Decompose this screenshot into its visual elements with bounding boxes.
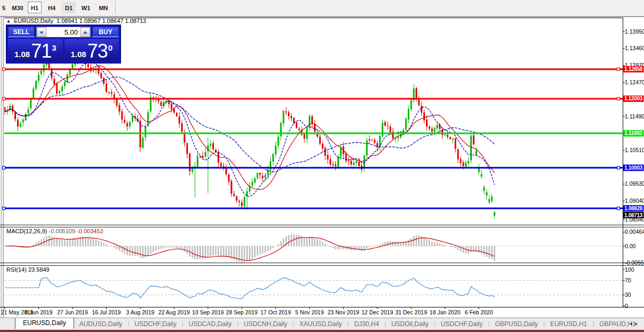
rsi-axis: 10070300 — [623, 266, 634, 309]
chart-title-bar: ▲EURUSD,Daily 1.08941 1.08967 1.08647 1.… — [6, 18, 146, 25]
bid-price-big: 71 — [31, 43, 51, 60]
chart-tab-bar: EURUSD,DailyAUDUSD,Daily|USDCHF,Daily|US… — [0, 318, 644, 330]
bid-price-prefix: 1.08 — [14, 49, 30, 60]
tab-audusd-daily[interactable]: AUDUSD,Daily — [74, 318, 128, 328]
svg-text:3 Aug 2019: 3 Aug 2019 — [126, 309, 155, 315]
svg-text:6 Feb 2020: 6 Feb 2020 — [465, 309, 493, 315]
tab-dj30-h4[interactable]: DJ30,H4 — [349, 318, 384, 328]
horizontal-line-objects[interactable] — [3, 68, 623, 210]
svg-text:0.00: 0.00 — [625, 243, 636, 249]
svg-text:1.11002: 1.11002 — [624, 130, 642, 136]
volume-input[interactable] — [46, 27, 80, 37]
hline-handle[interactable] — [617, 207, 620, 210]
ask-price-display[interactable]: 1.08730 — [65, 39, 119, 61]
sell-button[interactable]: SELL — [8, 27, 35, 37]
timeframe-button-w1[interactable]: W1 — [79, 2, 93, 13]
volume-increase-button[interactable] — [80, 27, 90, 37]
svg-text:27 Jun 2019: 27 Jun 2019 — [57, 309, 88, 315]
svg-text:16 Jul 2019: 16 Jul 2019 — [92, 309, 120, 315]
svg-text:10 Sep 2019: 10 Sep 2019 — [192, 309, 224, 315]
price-axis: 1.139501.134601.129701.124701.114901.105… — [623, 28, 644, 223]
ask-price-pip: 0 — [108, 43, 112, 52]
ohlc-values: 1.08941 1.08967 1.08647 1.08713 — [57, 18, 146, 24]
hline-handle[interactable] — [617, 68, 620, 70]
svg-text:100: 100 — [625, 266, 634, 273]
hline-handle[interactable] — [617, 167, 620, 169]
svg-text:12 Dec 2019: 12 Dec 2019 — [361, 309, 393, 315]
svg-text:1.13950: 1.13950 — [625, 28, 644, 35]
svg-text:1.08713: 1.08713 — [624, 212, 643, 218]
timeframe-button-5[interactable]: 5 — [1, 2, 7, 13]
macd-axis: 0.0046430.00-0.005574 — [623, 228, 644, 265]
one-click-trading-panel: SELL BUY 1.08713 1.08730 — [6, 25, 121, 64]
tab-scroll-arrows: ◂▸ — [630, 321, 641, 326]
tab-usdchf-daily[interactable]: USDCHF,Daily — [129, 318, 182, 328]
svg-text:1.12970: 1.12970 — [625, 62, 644, 68]
svg-text:5 Nov 2019: 5 Nov 2019 — [295, 309, 324, 315]
tab-usdoil-daily[interactable]: USDOil,Daily — [386, 318, 434, 328]
svg-text:1.08540: 1.08540 — [625, 216, 644, 223]
mt4-chart-window: 5M30H1H4D1W1MN 1.139501.134601.129701.12… — [0, 0, 644, 332]
buy-button[interactable]: BUY — [92, 27, 119, 37]
svg-text:1.09040: 1.09040 — [625, 197, 644, 204]
bid-price-pip: 3 — [52, 43, 56, 52]
svg-text:1.10510: 1.10510 — [625, 147, 644, 153]
rsi-indicator-label: RSI(14) 23.5849 — [6, 266, 50, 273]
svg-text:-0.005574: -0.005574 — [625, 259, 644, 266]
svg-text:22 Aug 2019: 22 Aug 2019 — [158, 309, 190, 315]
svg-text:1.12858: 1.12858 — [624, 66, 643, 72]
tab-usdcad-daily[interactable]: USDCAD,Daily — [183, 318, 237, 328]
tab-gbpusd-daily[interactable]: GBPUSD,Daily — [489, 318, 543, 328]
svg-text:1.09530: 1.09530 — [625, 180, 644, 187]
rsi-panel — [4, 278, 623, 299]
tab-eurusd-h1[interactable]: EURUSD,H1 — [545, 318, 592, 328]
macd-panel — [4, 234, 623, 263]
chart-title: EURUSD,Daily — [14, 18, 53, 24]
bid-price-display[interactable]: 1.08713 — [8, 39, 63, 61]
tab-usdcnh-daily[interactable]: USDCNH,Daily — [238, 318, 292, 328]
timeframe-button-mn[interactable]: MN — [96, 2, 111, 13]
tab-eurusd-daily[interactable]: EURUSD,Daily — [15, 318, 74, 329]
hline-handle[interactable] — [617, 97, 620, 100]
svg-text:18 Jan 2020: 18 Jan 2020 — [430, 309, 461, 315]
candlesticks — [4, 50, 496, 218]
svg-text:0: 0 — [625, 303, 628, 309]
svg-text:31 Dec 2019: 31 Dec 2019 — [395, 309, 427, 315]
window-left-border — [0, 17, 4, 330]
volume-decrease-button[interactable] — [37, 27, 46, 37]
tab-scroll-right-icon[interactable]: ▸ — [635, 321, 641, 326]
svg-text:17 Oct 2019: 17 Oct 2019 — [261, 309, 291, 315]
moving-averages — [5, 62, 495, 196]
triangle-down-icon — [39, 31, 44, 34]
timeframe-toolbar: 5M30H1H4D1W1MN — [0, 0, 644, 17]
svg-text:23 Nov 2019: 23 Nov 2019 — [327, 309, 359, 315]
ask-price-big: 73 — [87, 43, 108, 60]
volume-stepper — [36, 27, 91, 37]
svg-text:1.11490: 1.11490 — [625, 113, 644, 120]
svg-text:28 Sep 2019: 28 Sep 2019 — [226, 309, 258, 315]
timeframe-button-h4[interactable]: H4 — [45, 2, 59, 13]
triangle-up-icon — [83, 31, 87, 34]
timeframe-button-h1[interactable]: H1 — [28, 2, 42, 13]
svg-text:1.13460: 1.13460 — [625, 45, 644, 51]
svg-text:1.10003: 1.10003 — [624, 165, 643, 171]
svg-text:1.12470: 1.12470 — [625, 79, 644, 85]
window-bottom-edge — [0, 330, 644, 332]
collapse-triangle-icon[interactable]: ▲ — [6, 19, 11, 23]
toolbar-separator — [115, 2, 117, 14]
svg-text:1.08828: 1.08828 — [624, 205, 643, 211]
date-axis: 21 May 20198 Jun 201927 Jun 201916 Jul 2… — [1, 307, 493, 315]
svg-text:21 May 2019: 21 May 2019 — [1, 309, 34, 315]
svg-text:30: 30 — [625, 291, 631, 298]
timeframe-button-d1[interactable]: D1 — [62, 2, 76, 13]
tab-xauusd-daily[interactable]: XAUUSD,Daily — [294, 318, 348, 328]
ask-price-prefix: 1.08 — [70, 49, 86, 60]
svg-text:8 Jun 2019: 8 Jun 2019 — [25, 309, 53, 315]
svg-text:0.004643: 0.004643 — [625, 228, 644, 235]
svg-text:1.12003: 1.12003 — [624, 96, 643, 101]
svg-text:70: 70 — [625, 277, 631, 283]
tab-scroll-left-icon[interactable]: ◂ — [630, 321, 635, 326]
tab-usdchf-daily[interactable]: USDCHF,Daily — [436, 318, 488, 328]
macd-indicator-label: MACD(12,26,9) -0.005109 -0.003453 — [6, 228, 103, 234]
timeframe-button-m30[interactable]: M30 — [10, 2, 26, 13]
